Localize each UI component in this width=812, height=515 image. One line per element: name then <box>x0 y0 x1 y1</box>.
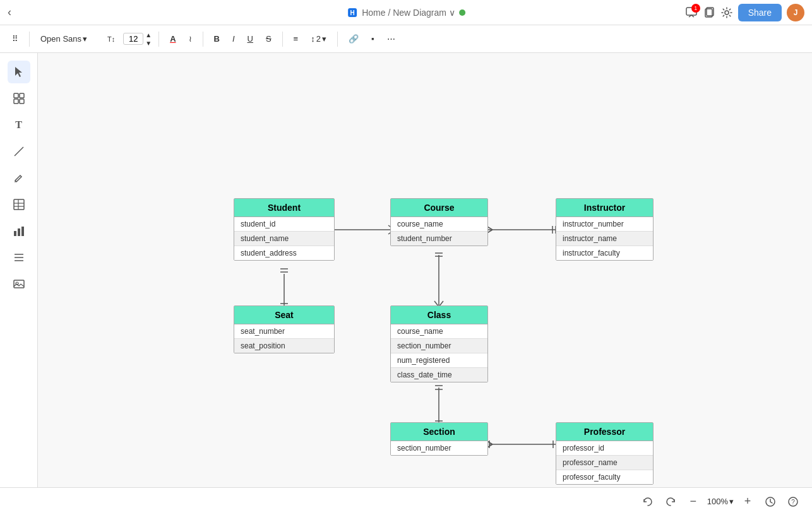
zoom-chevron-icon: ▾ <box>729 497 734 506</box>
history-icon <box>765 496 776 507</box>
history-button[interactable] <box>761 493 779 511</box>
select-tool-button[interactable] <box>8 61 30 83</box>
topbar-right: Share J <box>685 4 804 21</box>
professor-field-2: professor_faculty <box>556 470 653 484</box>
formatting-toolbar: ⠿ Open Sans ▾ T↕ ▲ ▼ A ≀ B I U S ≡ ↕ 2 ▾… <box>0 25 812 53</box>
svg-rect-17 <box>21 227 24 236</box>
zoom-out-button[interactable]: − <box>684 493 702 511</box>
toolbar-separator <box>337 32 338 47</box>
text-tool-button[interactable]: T <box>8 114 30 136</box>
back-button[interactable]: ‹ <box>8 6 11 19</box>
list-button[interactable] <box>8 246 30 269</box>
class-header: Class <box>391 306 487 324</box>
undo-icon <box>642 496 654 507</box>
er-diagram: Student student_id student_name student_… <box>38 53 812 487</box>
student-entity[interactable]: Student student_id student_name student_… <box>234 198 335 261</box>
line-tool-button[interactable] <box>8 140 30 163</box>
copy-button[interactable] <box>703 6 715 19</box>
font-size-input[interactable] <box>123 33 143 45</box>
share-button[interactable]: Share <box>738 4 782 21</box>
class-field-0: course_name <box>391 324 487 339</box>
topbar-center: H Home / New Diagram ∨ <box>347 7 465 18</box>
pencil-tool-button[interactable] <box>8 167 30 189</box>
align-icon: ≡ <box>294 34 299 44</box>
breadcrumb: Home / New Diagram ∨ <box>362 8 455 18</box>
drag-icon: ⠿ <box>12 34 18 44</box>
svg-rect-11 <box>14 199 24 210</box>
highlight-button[interactable]: ≀ <box>184 32 196 46</box>
section-header: Section <box>391 423 487 441</box>
spacing-chevron-icon: ▾ <box>322 34 326 44</box>
svg-line-10 <box>15 147 23 156</box>
link-button[interactable]: 🔗 <box>344 32 363 46</box>
svg-rect-15 <box>14 231 16 236</box>
table-icon <box>13 198 25 211</box>
settings-button[interactable] <box>720 6 733 19</box>
toolbar-separator <box>29 32 30 47</box>
font-color-button[interactable]: A <box>165 32 180 46</box>
seat-field-1: seat_position <box>234 339 334 353</box>
font-size-up-button[interactable]: ▲ <box>145 31 152 38</box>
class-entity[interactable]: Class course_name section_number num_reg… <box>390 305 488 382</box>
top-bar: ‹ H Home / New Diagram ∨ Share J <box>0 0 812 25</box>
font-size-control: ▲ ▼ <box>123 31 152 47</box>
course-field-1: student_number <box>391 232 487 246</box>
help-icon: ? <box>787 496 799 507</box>
class-field-1: section_number <box>391 339 487 353</box>
help-button[interactable]: ? <box>784 493 802 511</box>
font-family-label: Open Sans <box>40 34 81 44</box>
left-sidebar: T <box>0 53 38 487</box>
section-field-0: section_number <box>391 441 487 455</box>
svg-text:H: H <box>350 9 355 16</box>
avatar: J <box>787 4 804 21</box>
zoom-level-label: 100% <box>707 497 728 506</box>
section-entity[interactable]: Section section_number <box>390 422 488 456</box>
professor-entity[interactable]: Professor professor_id professor_name pr… <box>556 422 654 485</box>
underline-button[interactable]: U <box>243 32 258 46</box>
zoom-level-selector[interactable]: 100% ▾ <box>707 497 734 506</box>
strikethrough-button[interactable]: S <box>261 32 276 46</box>
shapes-button[interactable] <box>8 87 30 110</box>
italic-button[interactable]: I <box>228 32 239 46</box>
app-logo-icon: H <box>347 7 358 18</box>
svg-point-5 <box>725 11 729 15</box>
border-icon: ▪ <box>371 34 374 44</box>
copy-icon <box>703 6 715 19</box>
text-size-icon: T↕ <box>107 35 115 43</box>
border-button[interactable]: ▪ <box>367 32 379 46</box>
gear-icon <box>720 6 733 19</box>
font-size-down-button[interactable]: ▼ <box>145 39 152 47</box>
professor-field-1: professor_name <box>556 456 653 470</box>
table-button[interactable] <box>8 193 30 216</box>
student-field-1: student_name <box>234 232 334 246</box>
line-spacing-value: 2 <box>316 34 321 44</box>
professor-header: Professor <box>556 423 653 441</box>
list-icon <box>13 251 25 264</box>
svg-rect-9 <box>20 99 24 104</box>
course-header: Course <box>391 199 487 217</box>
class-field-2: num_registered <box>391 353 487 368</box>
more-options-button[interactable]: ⋯ <box>383 32 400 46</box>
seat-header: Seat <box>234 306 334 324</box>
zoom-in-button[interactable]: + <box>739 493 756 511</box>
shapes-icon <box>13 92 25 105</box>
student-header: Student <box>234 199 334 217</box>
instructor-entity[interactable]: Instructor instructor_number instructor_… <box>556 198 654 261</box>
chart-button[interactable] <box>8 220 30 242</box>
drag-handle[interactable]: ⠿ <box>8 32 23 46</box>
seat-entity[interactable]: Seat seat_number seat_position <box>234 305 335 353</box>
font-family-selector[interactable]: Open Sans ▾ <box>36 32 99 46</box>
bottom-bar: − 100% ▾ + ? <box>0 487 812 515</box>
redo-button[interactable] <box>662 493 679 511</box>
align-button[interactable]: ≡ <box>289 32 303 46</box>
course-entity[interactable]: Course course_name student_number <box>390 198 488 246</box>
image-button[interactable] <box>8 273 30 295</box>
student-field-0: student_id <box>234 217 334 232</box>
canvas[interactable]: Student student_id student_name student_… <box>38 53 812 487</box>
svg-rect-21 <box>14 280 24 288</box>
notifications-button[interactable] <box>685 6 698 19</box>
undo-button[interactable] <box>639 493 657 511</box>
image-icon <box>13 278 25 290</box>
bold-button[interactable]: B <box>210 32 224 46</box>
line-spacing-button[interactable]: ↕ 2 ▾ <box>306 32 331 46</box>
